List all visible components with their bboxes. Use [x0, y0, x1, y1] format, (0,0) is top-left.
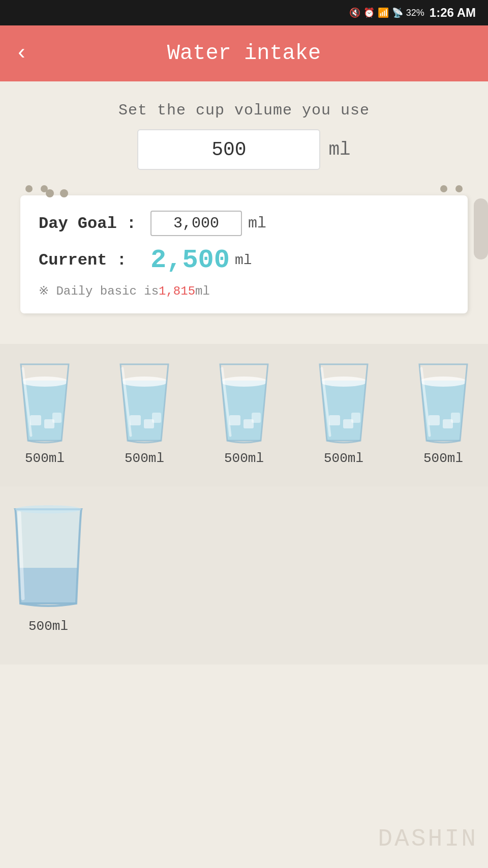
svg-rect-10 [211, 381, 277, 441]
glass-svg-1 [12, 359, 78, 446]
svg-point-1 [21, 377, 69, 387]
glass-label-1: 500ml [25, 451, 65, 466]
goal-card: Day Goal : ml Current : 2,500 ml ※ Daily… [20, 195, 468, 313]
glass-item-3[interactable]: 500ml [211, 359, 277, 466]
glasses-section: 500ml 500ml [0, 344, 488, 486]
glasses-row-1: 500ml 500ml [0, 359, 488, 466]
glass-label-4: 500ml [324, 451, 363, 466]
note-value: 1,815 [159, 284, 195, 298]
main-content: Set the cup volume you use ml Day Goal : [0, 81, 488, 344]
svg-rect-20 [410, 381, 476, 441]
glass-label-2: 500ml [125, 451, 164, 466]
note-prefix: ※ Daily basic is [39, 284, 159, 298]
svg-rect-19 [351, 413, 360, 423]
current-label: Current : [39, 251, 150, 270]
svg-point-16 [320, 377, 368, 387]
glass-svg-5 [410, 359, 476, 446]
svg-rect-12 [229, 415, 240, 425]
svg-rect-2 [30, 415, 41, 425]
svg-rect-15 [311, 381, 377, 441]
glass-item-4[interactable]: 500ml [311, 359, 377, 466]
glass-svg-3 [211, 359, 277, 446]
card-pins [15, 185, 473, 192]
glass-label-5: 500ml [423, 451, 463, 466]
svg-rect-24 [451, 413, 460, 423]
current-unit: ml [235, 252, 252, 268]
glass-svg-2 [111, 359, 177, 446]
lower-section: 500ml [0, 486, 488, 664]
header: ‹ Water intake [0, 25, 488, 81]
day-goal-row: Day Goal : ml [39, 211, 449, 236]
svg-rect-22 [429, 415, 440, 425]
status-bar: 🔇 ⏰ 📶 📡 32% 1:26 AM [0, 0, 488, 25]
glass-svg-6 [5, 502, 92, 614]
svg-rect-7 [130, 415, 141, 425]
current-value: 2,500 [150, 245, 230, 275]
svg-rect-17 [329, 415, 340, 425]
cup-volume-input[interactable] [137, 129, 320, 170]
glass-item-2[interactable]: 500ml [111, 359, 177, 466]
svg-point-11 [220, 377, 268, 387]
day-goal-input[interactable] [150, 211, 242, 236]
current-row: Current : 2,500 ml [39, 245, 449, 275]
note-suffix: ml [195, 284, 210, 298]
cup-volume-unit: ml [328, 139, 350, 160]
cup-volume-input-row: ml [15, 129, 473, 170]
page-title: Water intake [167, 41, 321, 66]
alarm-icon: ⏰ [363, 7, 375, 18]
glass-item-6[interactable]: 500ml [5, 502, 92, 634]
scroll-indicator [474, 198, 488, 259]
pin-4 [455, 185, 463, 192]
glass-svg-4 [311, 359, 377, 446]
wifi-icon: 📶 [378, 7, 389, 18]
svg-rect-14 [252, 413, 261, 423]
back-button[interactable]: ‹ [15, 43, 28, 64]
glass-item-1[interactable]: 500ml [12, 359, 78, 466]
pin-group-left [25, 185, 48, 192]
svg-rect-9 [152, 413, 161, 423]
pin-1 [25, 185, 33, 192]
status-icons: 🔇 ⏰ 📶 📡 32% [349, 7, 424, 18]
day-goal-unit: ml [248, 215, 266, 232]
svg-rect-5 [111, 381, 177, 441]
svg-point-27 [15, 505, 81, 513]
pin-group-right [440, 185, 463, 192]
mute-icon: 🔇 [349, 7, 360, 18]
signal-icon: 📡 [392, 7, 403, 18]
cup-volume-label: Set the cup volume you use [15, 102, 473, 119]
glass-item-5[interactable]: 500ml [410, 359, 476, 466]
glass-label-6: 500ml [28, 619, 68, 634]
goal-card-wrapper: Day Goal : ml Current : 2,500 ml ※ Daily… [15, 185, 473, 313]
daily-basic-note: ※ Daily basic is1,815ml [39, 283, 449, 298]
cup-volume-section: Set the cup volume you use ml [15, 102, 473, 170]
battery-text: 32% [406, 8, 424, 18]
time-display: 1:26 AM [430, 6, 476, 20]
lower-glass-row: 500ml [0, 502, 488, 634]
glass-label-3: 500ml [224, 451, 264, 466]
svg-rect-0 [12, 381, 78, 441]
watermark: DASHIN [378, 825, 478, 853]
svg-rect-4 [52, 413, 62, 423]
day-goal-label: Day Goal : [39, 214, 150, 233]
pin-3 [440, 185, 447, 192]
svg-point-21 [419, 377, 467, 387]
svg-point-6 [120, 377, 168, 387]
